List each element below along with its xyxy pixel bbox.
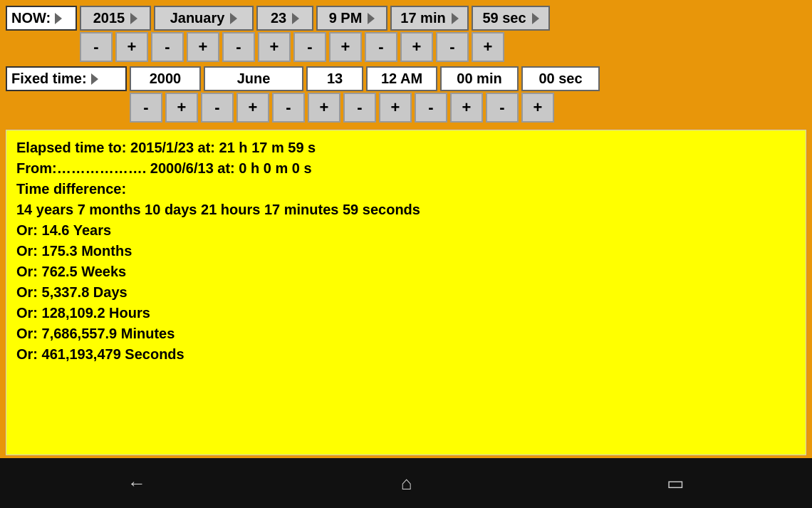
fixed-month-plus-btn[interactable]: +	[236, 93, 269, 123]
result-line6: Or: 175.3 Months	[16, 241, 796, 261]
now-dropdown-icon[interactable]	[55, 13, 62, 24]
now-sec-triangle	[532, 13, 539, 24]
now-day-field[interactable]: 23	[256, 6, 313, 31]
fixed-label-box: Fixed time:	[6, 66, 127, 91]
fixed-sec-minus-btn[interactable]: -	[486, 93, 519, 123]
fixed-min-plus-btn[interactable]: +	[450, 93, 483, 123]
now-hour-triangle	[368, 13, 375, 24]
result-line4: 14 years 7 months 10 days 21 hours 17 mi…	[16, 199, 796, 220]
fixed-year-field[interactable]: 2000	[130, 66, 201, 91]
now-year-triangle	[130, 13, 137, 24]
fixed-month-value: June	[237, 71, 271, 87]
now-month-field[interactable]: January	[154, 6, 254, 31]
fixed-hour-btn-pair: - +	[343, 93, 412, 123]
now-sec-plus-btn[interactable]: +	[472, 32, 504, 62]
now-label: NOW:	[6, 6, 77, 31]
fixed-day-plus-btn[interactable]: +	[308, 93, 340, 123]
now-year-value: 2015	[93, 10, 125, 26]
now-buttons-row: NOW: - + - + - + - + - + -	[6, 32, 806, 62]
now-year-minus-btn[interactable]: -	[80, 32, 113, 62]
now-year-field[interactable]: 2015	[80, 6, 151, 31]
fixed-month-minus-btn[interactable]: -	[201, 93, 234, 123]
now-month-plus-btn[interactable]: +	[187, 32, 219, 62]
result-line9: Or: 128,109.2 Hours	[16, 303, 796, 323]
now-year-plus-btn[interactable]: +	[115, 32, 148, 62]
fixed-hour-minus-btn[interactable]: -	[343, 93, 376, 123]
fixed-sec-value: 00 sec	[538, 71, 582, 87]
now-month-triangle	[230, 13, 237, 24]
fixed-day-minus-btn[interactable]: -	[272, 93, 305, 123]
fixed-hour-value: 12 AM	[381, 71, 422, 87]
result-line10: Or: 7,686,557.9 Minutes	[16, 323, 796, 344]
fixed-label-text: Fixed time:	[11, 71, 87, 87]
fixed-year-btn-pair: - +	[130, 93, 198, 123]
now-min-plus-btn[interactable]: +	[400, 32, 433, 62]
fixed-year-plus-btn[interactable]: +	[165, 93, 198, 123]
fixed-day-value: 13	[327, 71, 343, 87]
now-day-triangle	[292, 13, 299, 24]
now-day-btn-pair: - +	[222, 32, 291, 62]
now-label-text: NOW:	[11, 10, 51, 26]
fixed-hour-field[interactable]: 12 AM	[366, 66, 437, 91]
now-min-value: 17 min	[400, 10, 445, 26]
result-line3: Time difference:	[16, 179, 796, 199]
now-min-triangle	[452, 13, 459, 24]
back-button[interactable]: ←	[127, 472, 146, 494]
now-month-value: January	[170, 10, 225, 26]
now-day-value: 23	[271, 10, 286, 26]
fixed-buttons-row: Fixed time: - + - + - + - + - + -	[6, 93, 806, 123]
now-sec-minus-btn[interactable]: -	[436, 32, 469, 62]
fixed-min-value: 00 min	[457, 71, 501, 87]
now-year-btn-pair: - +	[80, 32, 148, 62]
home-button[interactable]: ⌂	[401, 472, 412, 494]
fixed-dropdown-icon[interactable]	[91, 73, 98, 85]
now-sec-field[interactable]: 59 sec	[472, 6, 550, 31]
fixed-min-btn-pair: - +	[415, 93, 483, 123]
result-line11: Or: 461,193,479 Seconds	[16, 344, 796, 365]
now-min-btn-pair: - +	[365, 32, 433, 62]
fixed-sec-btn-pair: - +	[486, 93, 554, 123]
fixed-year-minus-btn[interactable]: -	[130, 93, 162, 123]
fixed-day-btn-pair: - +	[272, 93, 340, 123]
fixed-min-field[interactable]: 00 min	[440, 66, 519, 91]
fixed-fields-row: Fixed time: 2000 June 13 12 AM 00 min 00…	[6, 66, 806, 91]
now-day-plus-btn[interactable]: +	[258, 32, 291, 62]
now-fields-row: NOW: 2015 January 23 9 PM 17 min	[6, 6, 806, 31]
now-month-minus-btn[interactable]: -	[151, 32, 184, 62]
fixed-min-minus-btn[interactable]: -	[415, 93, 447, 123]
now-hour-plus-btn[interactable]: +	[329, 32, 362, 62]
now-hour-field[interactable]: 9 PM	[316, 6, 387, 31]
fixed-sec-field[interactable]: 00 sec	[521, 66, 600, 91]
now-hour-btn-pair: - +	[293, 32, 362, 62]
result-line2: From:………………. 2000/6/13 at: 0 h 0 m 0 s	[16, 158, 796, 179]
now-hour-minus-btn[interactable]: -	[293, 32, 326, 62]
now-min-minus-btn[interactable]: -	[365, 32, 397, 62]
now-min-field[interactable]: 17 min	[390, 6, 469, 31]
now-sec-value: 59 sec	[482, 10, 526, 26]
result-line8: Or: 5,337.8 Days	[16, 282, 796, 303]
now-sec-btn-pair: - +	[436, 32, 504, 62]
fixed-year-value: 2000	[150, 71, 182, 87]
result-line1: Elapsed time to: 2015/1/23 at: 21 h 17 m…	[16, 138, 796, 158]
now-day-minus-btn[interactable]: -	[222, 32, 255, 62]
result-line5: Or: 14.6 Years	[16, 220, 796, 241]
fixed-month-btn-pair: - +	[201, 93, 269, 123]
now-hour-value: 9 PM	[329, 10, 363, 26]
recent-apps-button[interactable]: ▭	[667, 472, 685, 494]
fixed-hour-plus-btn[interactable]: +	[379, 93, 412, 123]
result-line7: Or: 762.5 Weeks	[16, 261, 796, 282]
fixed-sec-plus-btn[interactable]: +	[521, 93, 554, 123]
result-area: Elapsed time to: 2015/1/23 at: 21 h 17 m…	[6, 130, 806, 455]
nav-bar: ← ⌂ ▭	[0, 458, 812, 508]
fixed-day-field[interactable]: 13	[306, 66, 363, 91]
fixed-month-field[interactable]: June	[204, 66, 303, 91]
now-month-btn-pair: - +	[151, 32, 219, 62]
